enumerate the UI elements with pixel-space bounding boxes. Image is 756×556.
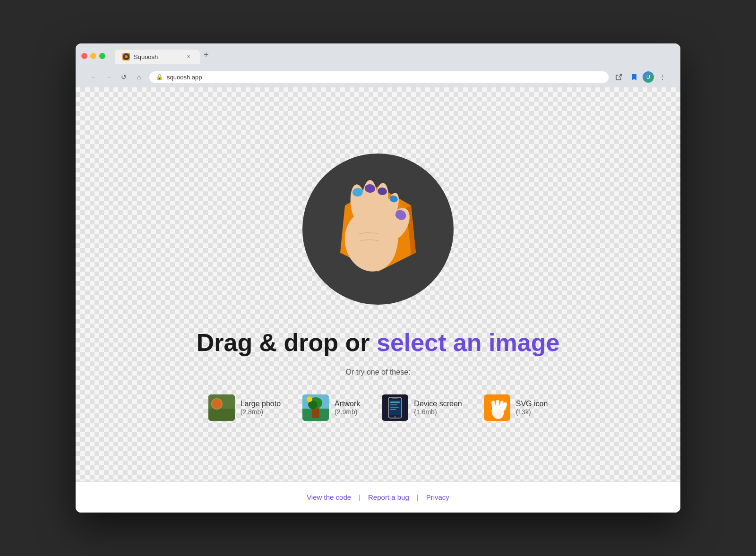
- svg-icon-info: SVG icon (13k): [516, 400, 548, 416]
- svg-rect-34: [390, 402, 400, 403]
- large-photo-info: Large photo (2.8mb): [241, 400, 281, 416]
- browser-window: Squoosh × + ← → ↺ ⌂: [76, 43, 680, 513]
- svg-point-28: [307, 396, 312, 402]
- large-photo-thumbnail: [208, 394, 235, 421]
- sample-images: Large photo (2.8mb): [205, 391, 552, 425]
- svg-point-17: [386, 220, 397, 229]
- artwork-size: (2.9mb): [335, 408, 360, 416]
- drop-zone[interactable]: Drag & drop or select an image Or try on…: [76, 87, 680, 481]
- active-tab[interactable]: Squoosh ×: [115, 50, 200, 64]
- title-bar: Squoosh × + ← → ↺ ⌂: [76, 43, 680, 87]
- more-options-button[interactable]: ⋮: [656, 70, 669, 84]
- svg-point-15: [364, 213, 378, 224]
- device-screen-thumbnail: [382, 394, 408, 421]
- sample-device-screen[interactable]: Device screen (1.6mb): [378, 391, 465, 425]
- svg-icon-size: (13k): [516, 408, 548, 416]
- squoosh-logo: [302, 154, 454, 305]
- large-photo-name: Large photo: [241, 400, 281, 408]
- view-code-link[interactable]: View the code: [307, 493, 351, 501]
- tab-title: Squoosh: [134, 53, 181, 60]
- address-bar: ← → ↺ ⌂ 🔒 squoosh.app: [81, 68, 675, 87]
- svg-rect-37: [390, 409, 396, 410]
- content-area: Drag & drop or select an image Or try on…: [76, 87, 680, 513]
- url-text: squoosh.app: [167, 74, 202, 81]
- drag-drop-heading[interactable]: Drag & drop or select an image: [197, 328, 560, 357]
- new-tab-button[interactable]: +: [200, 48, 213, 62]
- artwork-thumbnail: [302, 394, 329, 421]
- close-button[interactable]: [81, 53, 87, 59]
- forward-button[interactable]: →: [102, 70, 115, 84]
- device-screen-name: Device screen: [414, 400, 462, 408]
- device-screen-size: (1.6mb): [414, 408, 462, 416]
- tab-bar: Squoosh × +: [115, 48, 675, 64]
- try-these-label: Or try one of these:: [346, 368, 411, 376]
- svg-rect-42: [496, 400, 499, 411]
- sample-svg-icon[interactable]: SVG icon (13k): [480, 391, 552, 425]
- report-bug-link[interactable]: Report a bug: [368, 493, 409, 501]
- svg-rect-32: [392, 398, 398, 399]
- sample-artwork[interactable]: Artwork (2.9mb): [299, 391, 364, 425]
- divider-2: |: [417, 493, 419, 501]
- url-bar[interactable]: 🔒 squoosh.app: [149, 71, 609, 83]
- svg-point-33: [394, 416, 396, 418]
- page-footer: View the code | Report a bug | Privacy: [76, 481, 680, 513]
- external-link-button[interactable]: [612, 70, 626, 84]
- tab-favicon: [122, 53, 130, 60]
- svg-icon-thumbnail: [484, 394, 510, 421]
- device-screen-info: Device screen (1.6mb): [414, 400, 462, 416]
- privacy-link[interactable]: Privacy: [426, 493, 449, 501]
- svg-rect-36: [390, 407, 399, 408]
- browser-actions: U ⋮: [612, 70, 669, 84]
- reload-button[interactable]: ↺: [117, 70, 130, 84]
- back-button[interactable]: ←: [87, 70, 100, 84]
- minimize-button[interactable]: [90, 53, 96, 59]
- svg-icon-name: SVG icon: [516, 400, 548, 408]
- home-button[interactable]: ⌂: [132, 70, 146, 84]
- svg-point-20: [211, 398, 223, 410]
- svg-point-22: [215, 399, 219, 403]
- lock-icon: 🔒: [156, 74, 163, 80]
- artwork-info: Artwork (2.9mb): [335, 400, 360, 416]
- tab-close-button[interactable]: ×: [185, 53, 192, 60]
- svg-point-21: [213, 399, 221, 407]
- traffic-lights: [81, 53, 105, 59]
- svg-rect-35: [390, 404, 397, 405]
- select-image-link[interactable]: select an image: [377, 329, 559, 356]
- divider-1: |: [359, 493, 361, 501]
- artwork-name: Artwork: [335, 400, 360, 408]
- svg-point-1: [125, 55, 128, 58]
- svg-rect-19: [208, 409, 235, 421]
- user-avatar[interactable]: U: [643, 71, 654, 83]
- drag-drop-static: Drag & drop or: [197, 329, 377, 356]
- maximize-button[interactable]: [99, 53, 105, 59]
- large-photo-size: (2.8mb): [241, 408, 281, 416]
- sample-large-photo[interactable]: Large photo (2.8mb): [205, 391, 284, 425]
- bookmark-button[interactable]: [627, 70, 641, 84]
- nav-buttons: ← → ↺ ⌂: [87, 70, 146, 84]
